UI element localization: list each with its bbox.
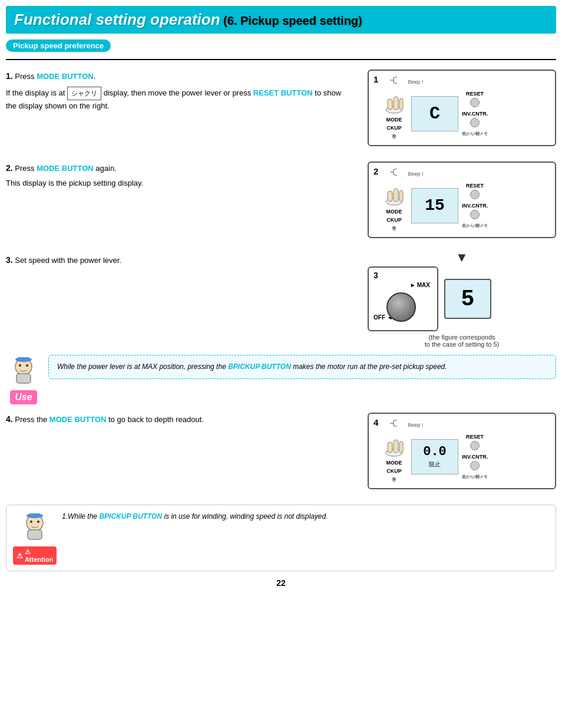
step-1: 1. Press MODE BUTTON. If the display is … bbox=[6, 70, 353, 113]
svg-rect-15 bbox=[399, 190, 403, 202]
use-tip-text: While the power lever is at MAX position… bbox=[57, 361, 547, 373]
svg-rect-17 bbox=[16, 374, 31, 383]
step1-text2-mid: display, then move the power lever or pr… bbox=[101, 88, 253, 97]
bpickup-link-attention: BPICKUP BUTTON bbox=[99, 512, 162, 521]
section-label: Pickup speed preference bbox=[6, 39, 111, 52]
svg-line-10 bbox=[394, 169, 397, 170]
svg-point-19 bbox=[26, 364, 28, 367]
mascot-icon-attention bbox=[18, 511, 51, 544]
svg-rect-6 bbox=[394, 97, 398, 110]
hand-icon-4 bbox=[381, 430, 408, 457]
step1-reset-link: RESET BUTTON bbox=[253, 88, 313, 97]
step4-num: 4. bbox=[6, 414, 13, 424]
device-diagram-2: 2 Beep ! MODE CKUP 巻 bbox=[368, 162, 556, 238]
display-5: 5 bbox=[444, 279, 491, 319]
warning-icon: ⚠ bbox=[16, 552, 23, 560]
svg-point-18 bbox=[19, 364, 21, 367]
device4-roll-label: 巻 bbox=[392, 476, 396, 483]
svg-line-3 bbox=[394, 83, 397, 84]
max-label: ►MAX bbox=[410, 282, 430, 288]
device4-invcntr-label: INV.CNTR. bbox=[462, 454, 488, 460]
device2-bottom-label: 底から/棚メモ bbox=[462, 223, 488, 229]
use-tip-container: Use While the power lever is at MAX posi… bbox=[6, 355, 556, 404]
attention-badge: ⚠ ⚠ Attention bbox=[13, 546, 57, 565]
device2-pickup-label: CKUP bbox=[386, 217, 402, 223]
hand-icon-2 bbox=[381, 179, 408, 206]
use-tip-box: While the power lever is at MAX position… bbox=[48, 355, 556, 379]
svg-line-11 bbox=[394, 174, 397, 176]
mascot-icon-use bbox=[7, 355, 40, 388]
down-arrow: ▼ bbox=[368, 250, 556, 265]
attention-text-box: 1.While the BPICKUP BUTTON is in use for… bbox=[62, 511, 547, 522]
step4-pre: Press the bbox=[15, 415, 49, 424]
device4-pickup-label: CKUP bbox=[386, 468, 402, 474]
mascot-use: Use bbox=[6, 355, 41, 404]
section-divider bbox=[6, 59, 556, 60]
step-2: 2. Press MODE BUTTON again. This display… bbox=[6, 162, 353, 190]
svg-rect-13 bbox=[388, 191, 392, 202]
svg-rect-28 bbox=[394, 440, 398, 453]
svg-line-25 bbox=[394, 426, 397, 427]
svg-point-33 bbox=[37, 521, 39, 523]
lever-box: 3 ►MAX OFF ◄ bbox=[368, 266, 438, 331]
step3-num: 3. bbox=[6, 255, 13, 265]
page-title: Functional setting operation (6. Pickup … bbox=[14, 11, 548, 29]
title-normal: (6. Pickup speed setting) bbox=[220, 14, 362, 27]
device4-display: 0.0 阻止 bbox=[411, 439, 458, 475]
device1-display: C bbox=[411, 96, 458, 131]
device2-mode-label: MODE bbox=[386, 209, 402, 215]
svg-rect-35 bbox=[29, 513, 41, 517]
title-italic: Functional setting operation bbox=[14, 11, 220, 28]
step4-post: to go back to depth readout. bbox=[106, 415, 204, 424]
device2-roll-label: 巻 bbox=[392, 225, 396, 232]
svg-line-24 bbox=[394, 420, 397, 421]
figure-note: (the figure corresponds to the case of s… bbox=[368, 334, 556, 348]
device1-invcntr-label: INV.CNTR. bbox=[462, 111, 488, 117]
device4-mode-label: MODE bbox=[386, 460, 402, 466]
device4-bottom-label: 底から/棚メモ bbox=[462, 474, 488, 480]
step2-post: again. bbox=[94, 164, 117, 173]
mascot-attention: ⚠ ⚠ Attention bbox=[15, 511, 55, 565]
device1-reset-label: RESET bbox=[466, 91, 484, 97]
device4-num: 4 bbox=[373, 417, 378, 427]
attention-text: 1.While the BPICKUP BUTTON is in use for… bbox=[62, 511, 547, 522]
step2-desc: This display is the pickup setting displ… bbox=[6, 177, 353, 190]
device-diagram-4: 4 Beep ! MODE CKUP 巻 bbox=[368, 413, 556, 489]
step1-post: . bbox=[94, 72, 96, 81]
attention-container: ⚠ ⚠ Attention 1.While the BPICKUP BUTTON… bbox=[6, 505, 556, 571]
bpickup-link-use: BPICKUP BUTTON bbox=[228, 363, 291, 371]
svg-line-2 bbox=[394, 77, 397, 78]
device1-bottom-label: 底から/棚メモ bbox=[462, 131, 488, 137]
device1-beep: Beep ! bbox=[389, 77, 550, 85]
step-4: 4. Press the MODE BUTTON to go back to d… bbox=[6, 413, 353, 426]
svg-rect-29 bbox=[399, 442, 403, 453]
svg-point-32 bbox=[30, 521, 32, 523]
step1-num: 1. bbox=[6, 71, 13, 81]
device2-num: 2 bbox=[373, 166, 378, 176]
device2-beep: Beep ! bbox=[389, 169, 550, 177]
svg-rect-21 bbox=[18, 357, 29, 361]
device1-num: 1 bbox=[373, 74, 378, 84]
device1-roll-label: 巻 bbox=[392, 133, 396, 140]
device4-reset-label: RESET bbox=[466, 434, 484, 440]
step2-mode-link: MODE BUTTON bbox=[37, 164, 94, 173]
device4-beep: Beep ! bbox=[389, 420, 550, 428]
hand-icon-1 bbox=[381, 87, 408, 114]
step3-text: Set speed with the power lever. bbox=[15, 256, 121, 265]
device2-display: 15 bbox=[411, 188, 458, 223]
step-3: 3. Set speed with the power lever. bbox=[6, 253, 353, 267]
step1-shakuri-box: シャクリ bbox=[67, 87, 101, 101]
step1-text2-pre: If the display is at bbox=[6, 88, 67, 97]
device1-mode-label: MODE bbox=[386, 117, 402, 123]
device2-reset-label: RESET bbox=[466, 183, 484, 189]
svg-rect-27 bbox=[388, 442, 392, 453]
svg-rect-31 bbox=[28, 530, 42, 539]
device1-pickup-label: CKUP bbox=[386, 125, 402, 131]
lever-knob bbox=[386, 292, 416, 322]
step2-pre: Press bbox=[15, 164, 37, 173]
device2-invcntr-label: INV.CNTR. bbox=[462, 203, 488, 209]
page-number: 22 bbox=[6, 578, 556, 588]
svg-rect-5 bbox=[388, 99, 392, 110]
svg-rect-7 bbox=[399, 98, 403, 110]
step2-num: 2. bbox=[6, 163, 13, 173]
